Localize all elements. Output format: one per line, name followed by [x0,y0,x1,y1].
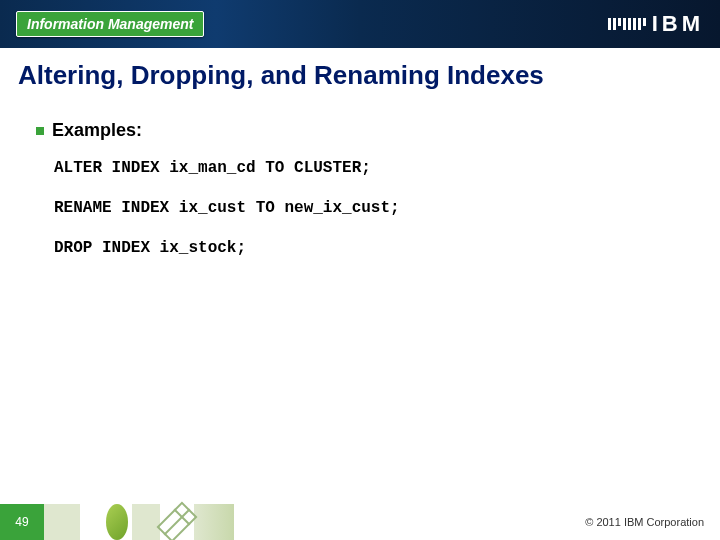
ibm-logo-text: IBM [652,11,704,37]
ibm-logo-bars [608,18,646,30]
header-bar: Information Management IBM [0,0,720,48]
copyright-text: © 2011 IBM Corporation [585,516,720,528]
bullet-square-icon [36,127,44,135]
slide-body: Examples: ALTER INDEX ix_man_cd TO CLUST… [36,120,684,279]
bullet-label: Examples: [52,120,142,141]
code-line: ALTER INDEX ix_man_cd TO CLUSTER; [54,159,684,177]
code-line: RENAME INDEX ix_cust TO new_ix_cust; [54,199,684,217]
product-badge: Information Management [16,11,204,37]
slide-title: Altering, Dropping, and Renaming Indexes [18,60,702,91]
footer-pattern-icon [44,504,234,540]
ibm-logo: IBM [608,11,704,37]
bullet-row: Examples: [36,120,684,141]
code-line: DROP INDEX ix_stock; [54,239,684,257]
footer-left: 49 [0,504,234,540]
footer: 49 © 2011 IBM Corporation [0,504,720,540]
slide: Information Management IBM Altering, Dro… [0,0,720,540]
slide-number: 49 [0,504,44,540]
